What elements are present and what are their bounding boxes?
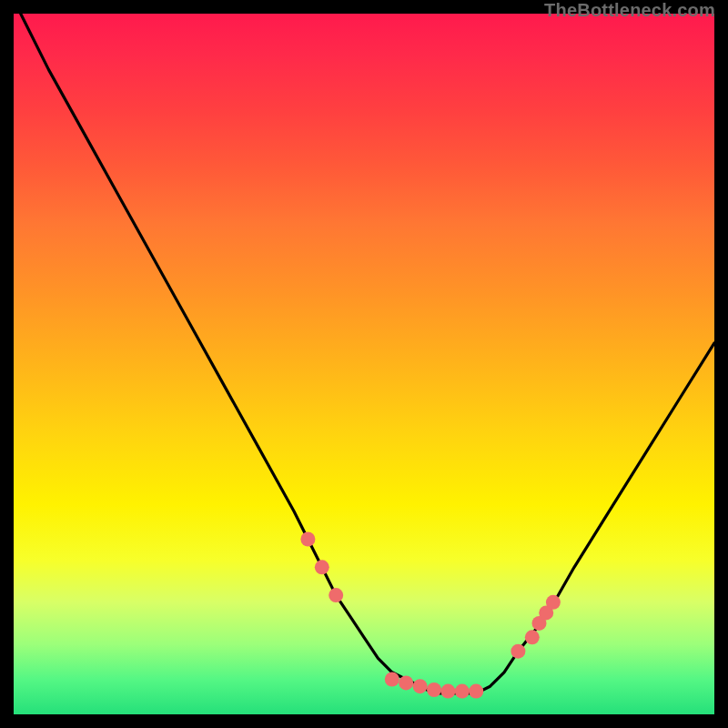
highlight-dot	[329, 588, 343, 602]
highlight-dot	[385, 672, 399, 687]
highlight-dots	[300, 532, 561, 699]
highlight-dot	[469, 684, 483, 699]
highlight-dot	[399, 675, 413, 690]
highlight-dot	[427, 682, 441, 697]
highlight-dot	[455, 684, 470, 699]
chart-svg	[14, 14, 714, 714]
highlight-dot	[300, 532, 315, 547]
highlight-dot	[440, 684, 455, 699]
watermark-text: TheBottleneck.com	[544, 0, 715, 21]
chart-frame: TheBottleneck.com	[0, 0, 728, 728]
highlight-dot	[525, 630, 540, 644]
highlight-dot	[511, 644, 525, 659]
bottleneck-curve	[21, 14, 714, 693]
curve-path	[21, 14, 714, 693]
highlight-dot	[315, 560, 329, 574]
highlight-dot	[546, 595, 561, 610]
highlight-dot	[413, 679, 428, 693]
plot-area	[14, 14, 714, 714]
